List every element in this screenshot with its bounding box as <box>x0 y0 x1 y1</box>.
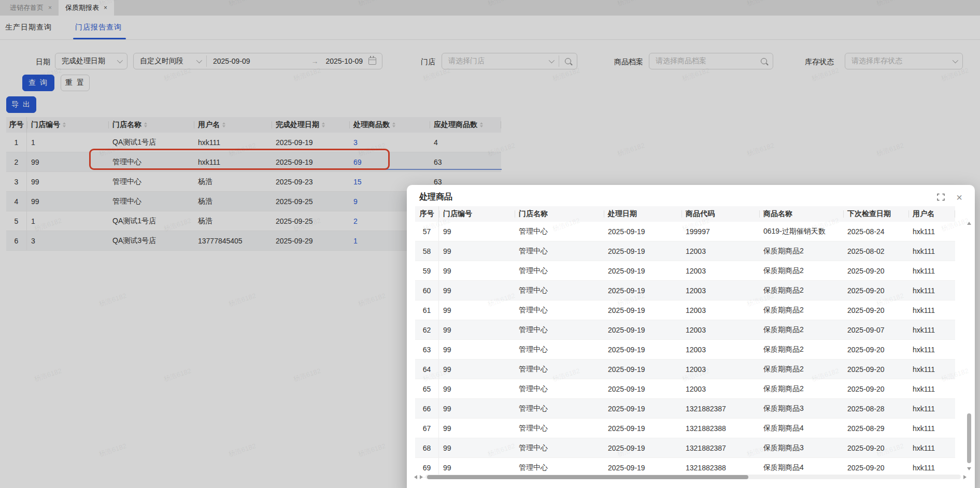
modal-cell: 2025-09-20 <box>843 340 908 359</box>
modal-cell: 12003 <box>681 320 759 339</box>
modal-cell: 2025-09-19 <box>604 399 681 418</box>
modal-table: 序号门店编号门店名称处理日期商品代码商品名称下次检查日期用户名5799管理中心2… <box>415 206 955 478</box>
modal-cell: hxk111 <box>908 399 955 418</box>
modal-cell: 2025-09-20 <box>843 360 908 379</box>
modal-cell: 2025-09-20 <box>843 281 908 300</box>
modal-row-65: 6599管理中心2025-09-1912003保质期商品22025-09-20h… <box>415 379 955 399</box>
modal-cell: 59 <box>415 261 439 280</box>
modal-column-header: 商品代码 <box>681 206 759 222</box>
column-label: 商品代码 <box>686 209 715 219</box>
modal-cell: hxk111 <box>908 241 955 261</box>
scroll-up-arrow[interactable] <box>967 222 971 225</box>
modal-cell: 2025-09-19 <box>604 241 681 261</box>
modal-cell: 12003 <box>681 241 759 261</box>
modal-column-header: 商品名称 <box>759 206 843 222</box>
modal-cell: 2025-09-19 <box>604 300 681 320</box>
scroll-left-arrow[interactable] <box>414 475 417 479</box>
modal-cell: 60 <box>415 281 439 300</box>
vertical-scrollbar-thumb[interactable] <box>967 413 971 463</box>
scroll-down-arrow[interactable] <box>967 467 971 470</box>
modal-cell: hxk111 <box>908 360 955 379</box>
horizontal-scrollbar[interactable] <box>414 473 967 480</box>
modal-cell: 68 <box>415 438 439 457</box>
modal-cell: 管理中心 <box>515 222 604 241</box>
process-products-modal: 处理商品 × 序号门店编号门店名称处理日期商品代码商品名称下次检查日期用户名57… <box>407 185 975 488</box>
modal-cell: 2025-09-20 <box>843 438 908 457</box>
modal-row-57: 5799管理中心2025-09-191999970619-过期催销天数2025-… <box>415 222 955 241</box>
modal-cell: 管理中心 <box>515 379 604 398</box>
modal-cell: 66 <box>415 399 439 418</box>
modal-cell: 管理中心 <box>515 360 604 379</box>
modal-cell: 保质期商品3 <box>759 438 843 457</box>
modal-cell: 99 <box>439 241 515 261</box>
column-label: 门店名称 <box>519 209 548 219</box>
modal-cell: 12003 <box>681 379 759 398</box>
modal-cell: 2025-09-19 <box>604 281 681 300</box>
column-label: 序号 <box>420 209 434 219</box>
modal-cell: hxk111 <box>908 261 955 280</box>
modal-cell: 管理中心 <box>515 300 604 320</box>
modal-row-60: 6099管理中心2025-09-1912003保质期商品22025-09-20h… <box>415 281 955 300</box>
modal-cell: hxk111 <box>908 438 955 457</box>
modal-cell: 2025-09-07 <box>843 320 908 339</box>
modal-row-64: 6499管理中心2025-09-1912003保质期商品22025-09-20h… <box>415 360 955 379</box>
modal-cell: 12003 <box>681 300 759 320</box>
modal-cell: 99 <box>439 300 515 320</box>
modal-cell: 保质期商品2 <box>759 300 843 320</box>
modal-cell: 65 <box>415 379 439 398</box>
modal-cell: 64 <box>415 360 439 379</box>
modal-cell: 63 <box>415 340 439 359</box>
modal-cell: 61 <box>415 300 439 320</box>
modal-cell: 99 <box>439 360 515 379</box>
modal-cell: 12003 <box>681 261 759 280</box>
modal-cell: 199997 <box>681 222 759 241</box>
modal-cell: 保质期商品4 <box>759 419 843 438</box>
modal-cell: 管理中心 <box>515 241 604 261</box>
modal-column-header: 门店名称 <box>515 206 604 222</box>
modal-cell: 99 <box>439 281 515 300</box>
modal-cell: 2025-09-20 <box>843 300 908 320</box>
column-label: 处理日期 <box>608 209 637 219</box>
modal-cell: hxk111 <box>908 222 955 241</box>
modal-cell: 保质期商品2 <box>759 360 843 379</box>
vertical-scrollbar[interactable] <box>966 222 972 470</box>
modal-cell: hxk111 <box>908 320 955 339</box>
close-icon[interactable]: × <box>956 192 962 203</box>
column-label: 下次检查日期 <box>847 209 891 219</box>
modal-cell: 管理中心 <box>515 281 604 300</box>
modal-cell: 管理中心 <box>515 399 604 418</box>
modal-cell: 2025-09-19 <box>604 320 681 339</box>
modal-cell: 1321882387 <box>681 438 759 457</box>
fullscreen-icon[interactable] <box>937 193 945 201</box>
modal-cell: 保质期商品2 <box>759 241 843 261</box>
modal-column-header: 下次检查日期 <box>843 206 908 222</box>
modal-cell: 2025-09-20 <box>843 261 908 280</box>
modal-cell: 管理中心 <box>515 320 604 339</box>
modal-column-header: 序号 <box>415 206 439 222</box>
horizontal-scrollbar-track[interactable] <box>425 475 961 479</box>
modal-row-63: 6399管理中心2025-09-1912003保质期商品22025-09-20h… <box>415 340 955 360</box>
modal-cell: 2025-09-19 <box>604 379 681 398</box>
modal-cell: 0619-过期催销天数 <box>759 222 843 241</box>
modal-header: 处理商品 × <box>407 185 975 206</box>
modal-cell: 57 <box>415 222 439 241</box>
modal-cell: hxk111 <box>908 281 955 300</box>
modal-cell: 2025-09-19 <box>604 419 681 438</box>
modal-cell: 2025-09-19 <box>604 261 681 280</box>
modal-cell: 管理中心 <box>515 419 604 438</box>
modal-row-58: 5899管理中心2025-09-1912003保质期商品22025-08-02h… <box>415 241 955 261</box>
modal-cell: 2025-08-02 <box>843 241 908 261</box>
modal-cell: 99 <box>439 340 515 359</box>
column-label: 商品名称 <box>763 209 792 219</box>
modal-cell: hxk111 <box>908 379 955 398</box>
modal-cell: 99 <box>439 320 515 339</box>
modal-row-67: 6799管理中心2025-09-191321882388保质期商品42025-0… <box>415 419 955 438</box>
modal-cell: 99 <box>439 399 515 418</box>
scroll-right-arrow[interactable] <box>420 475 423 479</box>
modal-cell: 99 <box>439 419 515 438</box>
modal-cell: 99 <box>439 379 515 398</box>
modal-row-68: 6899管理中心2025-09-191321882387保质期商品32025-0… <box>415 438 955 458</box>
modal-column-header: 门店编号 <box>439 206 515 222</box>
scroll-right-arrow[interactable] <box>963 475 967 479</box>
horizontal-scrollbar-thumb[interactable] <box>427 475 748 479</box>
